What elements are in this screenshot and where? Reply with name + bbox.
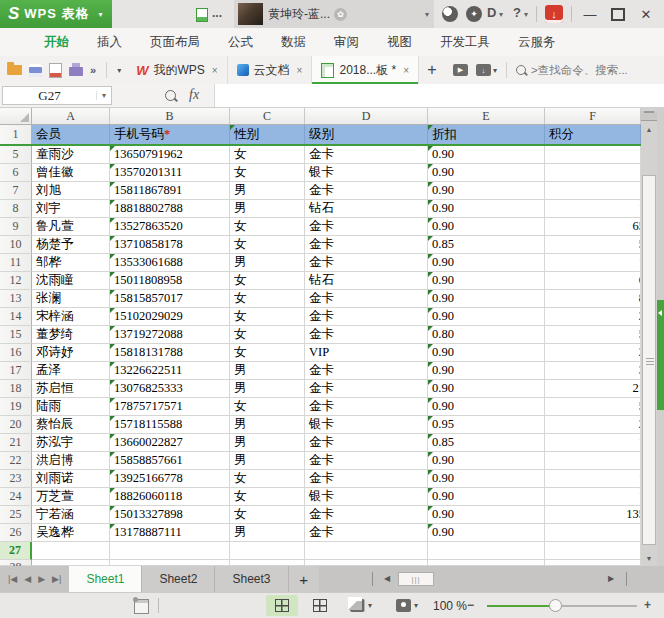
cell-A14[interactable]: 宋梓涵 xyxy=(32,308,110,326)
cell-C25[interactable]: 女 xyxy=(230,506,305,524)
chevron-down-icon[interactable]: ▾ xyxy=(524,10,528,19)
cell-A5[interactable]: 童雨沙 xyxy=(32,146,110,164)
column-header-C[interactable]: C xyxy=(230,108,305,124)
cell-D12[interactable]: 钻石 xyxy=(305,272,428,290)
cell-D6[interactable]: 银卡 xyxy=(305,164,428,182)
cell-F21[interactable]: 1 xyxy=(545,434,641,452)
sheet-tab-Sheet1[interactable]: Sheet1 xyxy=(69,566,142,592)
cell-A11[interactable]: 邹桦 xyxy=(32,254,110,272)
cell-D7[interactable]: 金卡 xyxy=(305,182,428,200)
user-account-button[interactable]: 黄坤玲-蓝... ✿ ▾ xyxy=(234,0,434,28)
cell-D18[interactable]: 金卡 xyxy=(305,380,428,398)
formula-input[interactable] xyxy=(214,84,664,107)
chevron-down-icon[interactable]: ▾ xyxy=(368,601,372,610)
cell-B22[interactable]: 15858857661 xyxy=(110,452,230,470)
row-header-7[interactable]: 7 xyxy=(0,182,32,200)
docer-icon[interactable]: D xyxy=(487,5,496,20)
cell-E17[interactable]: 0.90 xyxy=(428,362,545,380)
cell-D11[interactable]: 金卡 xyxy=(305,254,428,272)
cell-C5[interactable]: 女 xyxy=(230,146,305,164)
sheet-tab-Sheet3[interactable]: Sheet3 xyxy=(215,566,288,592)
cell-B25[interactable]: 15013327898 xyxy=(110,506,230,524)
column-header-E[interactable]: E xyxy=(428,108,545,124)
cell-D8[interactable]: 钻石 xyxy=(305,200,428,218)
cell-D27[interactable] xyxy=(305,542,428,560)
cell-E14[interactable]: 0.90 xyxy=(428,308,545,326)
cell-A22[interactable]: 洪启博 xyxy=(32,452,110,470)
open-folder-icon[interactable] xyxy=(7,65,22,75)
cell-E5[interactable]: 0.90 xyxy=(428,146,545,164)
cell-A9[interactable]: 鲁凡萱 xyxy=(32,218,110,236)
search-function-icon[interactable] xyxy=(165,90,176,101)
cell-C27[interactable] xyxy=(230,542,305,560)
first-sheet-icon[interactable]: |◀ xyxy=(8,574,17,584)
cell-A23[interactable]: 刘雨诺 xyxy=(32,470,110,488)
cell-F22[interactable] xyxy=(545,452,641,470)
chevron-down-icon[interactable]: ▾ xyxy=(96,91,111,100)
vip-star-icon[interactable]: ✦ xyxy=(466,6,482,22)
header-cell-E1[interactable]: 折扣 xyxy=(428,125,545,144)
row-header-20[interactable]: 20 xyxy=(0,416,32,434)
cell-F17[interactable]: 3 xyxy=(545,362,641,380)
chevron-down-icon[interactable]: ▾ xyxy=(99,10,103,19)
cell-E9[interactable]: 0.90 xyxy=(428,218,545,236)
insert-function-icon[interactable]: fx xyxy=(189,87,199,103)
cell-F10[interactable]: 5 xyxy=(545,236,641,254)
cell-F15[interactable]: 5 xyxy=(545,326,641,344)
cell-E27[interactable] xyxy=(428,542,545,560)
cell-C10[interactable]: 女 xyxy=(230,236,305,254)
cell-F14[interactable]: 2 xyxy=(545,308,641,326)
cell-B8[interactable]: 18818802788 xyxy=(110,200,230,218)
cell-F19[interactable]: 5 xyxy=(545,398,641,416)
ribbon-tab-审阅[interactable]: 审阅 xyxy=(320,34,373,51)
cell-C19[interactable]: 女 xyxy=(230,398,305,416)
export-pdf-icon[interactable] xyxy=(49,63,62,78)
cell-B23[interactable]: 13925166778 xyxy=(110,470,230,488)
customize-toolbar-caret-icon[interactable]: ▾ xyxy=(117,66,121,75)
play-presentation-icon[interactable]: ▶ xyxy=(453,64,468,76)
document-tab[interactable]: W我的WPS× xyxy=(127,56,227,84)
import-document-icon[interactable]: ↓ xyxy=(476,64,491,76)
page-break-view-button[interactable] xyxy=(304,595,336,616)
cell-F16[interactable]: 2 xyxy=(545,344,641,362)
scroll-left-icon[interactable]: ◀ xyxy=(384,574,390,583)
cell-E22[interactable]: 0.90 xyxy=(428,452,545,470)
command-search-box[interactable]: >查找命令、搜索... xyxy=(516,63,628,78)
cell-B9[interactable]: 13527863520 xyxy=(110,218,230,236)
cell-D13[interactable]: 金卡 xyxy=(305,290,428,308)
cell-D10[interactable]: 金卡 xyxy=(305,236,428,254)
cell-D9[interactable]: 金卡 xyxy=(305,218,428,236)
row-header-24[interactable]: 24 xyxy=(0,488,32,506)
add-sheet-button[interactable]: + xyxy=(289,566,319,592)
row-header-16[interactable]: 16 xyxy=(0,344,32,362)
cell-C16[interactable]: 女 xyxy=(230,344,305,362)
cell-C18[interactable]: 男 xyxy=(230,380,305,398)
row-header-22[interactable]: 22 xyxy=(0,452,32,470)
cell-B14[interactable]: 15102029029 xyxy=(110,308,230,326)
column-header-B[interactable]: B xyxy=(110,108,230,124)
scroll-up-icon[interactable]: ▲ xyxy=(641,121,657,137)
cell-B7[interactable]: 15811867891 xyxy=(110,182,230,200)
cell-E16[interactable]: 0.90 xyxy=(428,344,545,362)
document-tab[interactable]: 云文档× xyxy=(228,56,313,84)
row-header-15[interactable]: 15 xyxy=(0,326,32,344)
cell-B26[interactable]: 13178887111 xyxy=(110,524,230,542)
cell-F8[interactable]: 1 xyxy=(545,200,641,218)
vertical-scrollbar[interactable]: ▲ ▼ xyxy=(641,108,657,566)
zoom-in-button[interactable]: + xyxy=(644,598,651,612)
chevron-down-icon[interactable]: ▾ xyxy=(425,10,429,19)
cell-A17[interactable]: 孟泽 xyxy=(32,362,110,380)
cell-C12[interactable]: 女 xyxy=(230,272,305,290)
save-icon[interactable] xyxy=(29,64,42,77)
cell-B12[interactable]: 15011808958 xyxy=(110,272,230,290)
cell-A10[interactable]: 杨楚予 xyxy=(32,236,110,254)
cell-F6[interactable] xyxy=(545,164,641,182)
scroll-down-icon[interactable]: ▼ xyxy=(641,550,657,566)
last-sheet-icon[interactable]: ▶| xyxy=(52,574,61,584)
cell-A16[interactable]: 邓诗妤 xyxy=(32,344,110,362)
select-all-corner[interactable] xyxy=(0,108,32,124)
sheet-tab-Sheet2[interactable]: Sheet2 xyxy=(142,566,215,592)
row-header-6[interactable]: 6 xyxy=(0,164,32,182)
ribbon-tab-视图[interactable]: 视图 xyxy=(373,34,426,51)
header-cell-F1[interactable]: 积分 xyxy=(545,125,641,144)
